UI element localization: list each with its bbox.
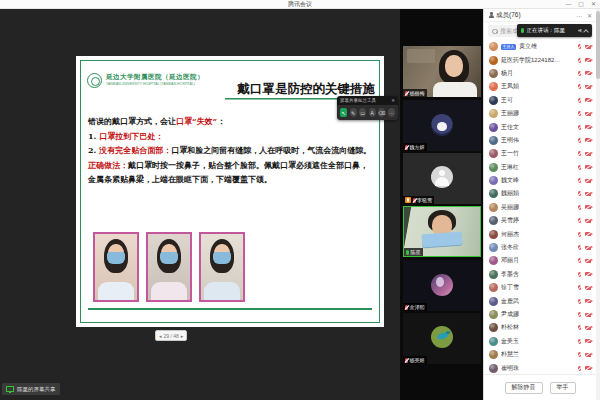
close-icon[interactable]: ✕: [591, 0, 596, 8]
mic-muted-icon[interactable]: [578, 352, 581, 357]
member-row[interactable]: 张冬欣: [484, 241, 596, 254]
mic-muted-icon[interactable]: [578, 84, 581, 89]
prev-slide-icon[interactable]: ◂: [159, 333, 162, 339]
cursor-icon[interactable]: ↖: [340, 108, 347, 117]
annotation-close-icon[interactable]: ✕: [391, 98, 395, 103]
camera-off-icon[interactable]: [585, 179, 591, 183]
camera-off-icon[interactable]: [585, 71, 591, 75]
camera-off-icon[interactable]: [585, 259, 591, 263]
camera-off-icon[interactable]: [585, 152, 591, 156]
camera-off-icon[interactable]: [585, 205, 591, 209]
member-row[interactable]: 朴慧兰: [484, 348, 596, 361]
member-row[interactable]: 王佳文: [484, 120, 596, 133]
member-row[interactable]: 王凤娟: [484, 80, 596, 93]
member-row[interactable]: 王明伟: [484, 134, 596, 147]
member-row[interactable]: 金鹿武: [484, 294, 596, 307]
mic-muted-icon[interactable]: [578, 366, 581, 371]
member-row[interactable]: 徐丁雪: [484, 281, 596, 294]
minimize-icon[interactable]: —: [565, 0, 571, 8]
video-tile[interactable]: 陈星: [403, 206, 481, 257]
next-slide-icon[interactable]: ▸: [181, 333, 184, 339]
member-row[interactable]: 王琳红: [484, 161, 596, 174]
mic-muted-icon[interactable]: [578, 218, 581, 223]
camera-off-icon[interactable]: [585, 313, 591, 317]
panel-more-icon[interactable]: ⋯: [576, 12, 582, 19]
member-row[interactable]: 邓丽月: [484, 254, 596, 267]
member-row[interactable]: 朴松林: [484, 321, 596, 334]
member-row[interactable]: 何丽杰: [484, 227, 596, 240]
member-row[interactable]: 王一竹: [484, 147, 596, 160]
member-row[interactable]: 金美玉: [484, 335, 596, 348]
video-tile[interactable]: 金泽熙: [403, 260, 481, 311]
maximize-icon[interactable]: ▢: [578, 0, 584, 8]
unmute-button[interactable]: 解除静音: [505, 382, 543, 394]
mic-muted-icon[interactable]: [578, 125, 581, 130]
camera-off-icon[interactable]: [585, 246, 591, 250]
camera-off-icon[interactable]: [585, 165, 591, 169]
member-row[interactable]: 魏文峰: [484, 174, 596, 187]
member-row[interactable]: 李墨含: [484, 268, 596, 281]
mic-muted-icon[interactable]: [578, 232, 581, 237]
mic-muted-icon[interactable]: [578, 151, 581, 156]
raise-hand-button[interactable]: 举手: [550, 382, 576, 394]
video-tile[interactable]: 杨丽梅: [403, 46, 481, 97]
speaking-indicator[interactable]: 正在讲话：陈星: [517, 24, 592, 37]
mic-muted-icon[interactable]: [578, 98, 581, 103]
panel-close-icon[interactable]: ✕: [587, 12, 592, 19]
member-row[interactable]: 王丽娜: [484, 107, 596, 120]
mic-muted-icon[interactable]: [578, 178, 581, 183]
video-tile[interactable]: 杨英姬: [403, 313, 481, 364]
camera-off-icon[interactable]: [585, 232, 591, 236]
slideshow-nav-toolbar[interactable]: ◂ 29 / 48 ▸: [155, 330, 187, 341]
shape-icon[interactable]: ▭: [359, 108, 366, 117]
mic-muted-icon[interactable]: [578, 111, 581, 116]
mic-muted-icon[interactable]: [578, 138, 581, 143]
mic-muted-icon[interactable]: [578, 58, 581, 63]
member-row[interactable]: 吴丽娜: [484, 201, 596, 214]
panel-scrollbar[interactable]: [596, 9, 600, 400]
mic-muted-icon[interactable]: [578, 285, 581, 290]
camera-off-icon[interactable]: [585, 339, 591, 343]
text-icon[interactable]: A: [369, 108, 376, 117]
mic-muted-icon[interactable]: [578, 71, 581, 76]
camera-off-icon[interactable]: [585, 58, 591, 62]
camera-off-icon[interactable]: [585, 138, 591, 142]
scrollbar-thumb[interactable]: [596, 11, 600, 79]
member-row[interactable]: 魏丽娟: [484, 187, 596, 200]
pen-icon[interactable]: ✎: [350, 108, 357, 117]
member-row[interactable]: 尹成娜: [484, 308, 596, 321]
camera-off-icon[interactable]: [585, 299, 591, 303]
mic-muted-icon[interactable]: [578, 165, 581, 170]
mic-muted-icon[interactable]: [578, 312, 581, 317]
camera-off-icon[interactable]: [585, 326, 591, 330]
camera-off-icon[interactable]: [585, 272, 591, 276]
mic-muted-icon[interactable]: [578, 245, 581, 250]
chevron-up-icon[interactable]: [583, 29, 589, 35]
member-row[interactable]: 王可: [484, 94, 596, 107]
mic-muted-icon[interactable]: [578, 191, 581, 196]
member-row[interactable]: 主持人黄立维: [484, 40, 596, 53]
mic-muted-icon[interactable]: [578, 325, 581, 330]
member-row[interactable]: 延医药学院1224182047: [484, 53, 596, 66]
camera-off-icon[interactable]: [585, 125, 591, 129]
member-row[interactable]: 吴雪婷: [484, 214, 596, 227]
eraser-icon[interactable]: ⌫: [378, 108, 385, 117]
video-tile[interactable]: 魏方妍: [403, 100, 481, 151]
video-tile[interactable]: 李晓雪: [403, 153, 481, 204]
camera-off-icon[interactable]: [585, 219, 591, 223]
camera-off-icon[interactable]: [585, 45, 591, 49]
camera-off-icon[interactable]: [585, 192, 591, 196]
mic-muted-icon[interactable]: [578, 339, 581, 344]
camera-off-icon[interactable]: [585, 353, 591, 357]
camera-off-icon[interactable]: [585, 112, 591, 116]
mic-muted-icon[interactable]: [578, 205, 581, 210]
mic-muted-icon[interactable]: [578, 272, 581, 277]
member-row[interactable]: 杨月: [484, 67, 596, 80]
member-row[interactable]: 崔明珠: [484, 361, 596, 374]
camera-off-icon[interactable]: [585, 98, 591, 102]
mic-muted-icon[interactable]: [578, 44, 581, 49]
camera-off-icon[interactable]: [585, 85, 591, 89]
mic-muted-icon[interactable]: [578, 299, 581, 304]
camera-off-icon[interactable]: [585, 366, 591, 370]
more-icon[interactable]: ⋯: [388, 108, 395, 117]
